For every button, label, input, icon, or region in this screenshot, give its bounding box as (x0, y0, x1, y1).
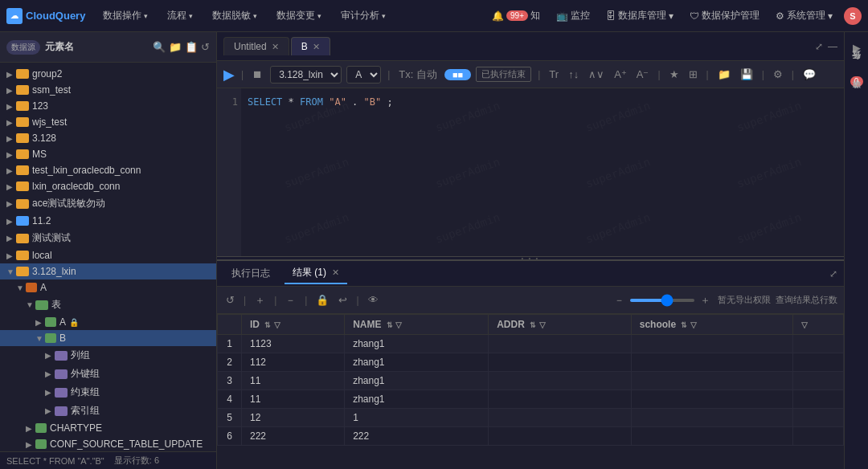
col-header-addr[interactable]: ADDR ⇅ ▽ (489, 315, 632, 335)
cell-name[interactable]: zhang1 (345, 390, 489, 409)
format2-btn[interactable]: ↑↓ (566, 67, 581, 82)
folder-icon-btn[interactable]: 📁 (715, 67, 733, 82)
tree-item-wjs-test[interactable]: ▶ wjs_test (0, 114, 216, 130)
cell-id[interactable]: 11 (242, 372, 345, 390)
code-editor[interactable]: 1 SELECT * FROM "A" . "B" ; superAdmin s… (217, 88, 844, 256)
tab-b-close[interactable]: ✕ (313, 42, 320, 52)
tree-item-conf-source[interactable]: ▶ CONF_SOURCE_TABLE_UPDATE (0, 436, 216, 451)
copy-icon[interactable]: 📋 (185, 41, 198, 53)
nav-data-ops[interactable]: 数据操作 ▾ (95, 6, 156, 26)
font-size2-btn[interactable]: A⁻ (634, 67, 652, 82)
table-row[interactable]: 1 1123 zhang1 (218, 335, 844, 353)
tab-untitled-close[interactable]: ✕ (272, 42, 279, 52)
cell-addr[interactable] (489, 353, 632, 372)
data-protect-btn[interactable]: 🛡 数据保护管理 (685, 6, 764, 25)
tree-item-test-lxin[interactable]: ▶ test_lxin_oraclecdb_conn (0, 162, 216, 178)
star-btn[interactable]: ★ (667, 67, 682, 82)
settings-btn[interactable]: ⚙ (771, 67, 785, 82)
tree-item-ms[interactable]: ▶ MS (0, 146, 216, 162)
cell-id[interactable]: 222 (242, 427, 345, 446)
minimize-editor-icon[interactable]: — (828, 41, 837, 52)
tree-item-chartype[interactable]: ▶ CHARTYPE (0, 420, 216, 436)
tree-item-lxin-oracle[interactable]: ▶ lxin_oraclecdb_conn (0, 178, 216, 194)
remove-row-btn[interactable]: － (283, 292, 298, 309)
nav-data-mask[interactable]: 数据脱敏 ▾ (204, 6, 265, 26)
cell-name[interactable]: zhang1 (345, 335, 489, 353)
table-row[interactable]: 6 222 222 (218, 427, 844, 446)
nav-flow[interactable]: 流程 ▾ (159, 6, 201, 26)
eye-btn[interactable]: 👁 (366, 292, 381, 308)
tree-item-index-group[interactable]: ▶ 索引组 (0, 402, 216, 420)
notification-btn[interactable]: 🔔99+ 知 (487, 6, 545, 25)
tree-item-11-2[interactable]: ▶ 11.2 (0, 213, 216, 229)
col-header-schoole[interactable]: schoole ⇅ ▽ (631, 315, 792, 335)
table-row[interactable]: 5 12 1 (218, 409, 844, 427)
tab-b[interactable]: B ✕ (291, 37, 330, 55)
col-header-name[interactable]: NAME ⇅ ▽ (345, 315, 489, 335)
format-btn[interactable]: Tr (547, 67, 561, 82)
cell-id[interactable]: 12 (242, 409, 345, 427)
expand-editor-icon[interactable]: ⤢ (815, 41, 823, 52)
table-row[interactable]: 2 112 zhang1 (218, 353, 844, 372)
zoom-in-btn[interactable]: ＋ (698, 292, 713, 309)
undo-btn[interactable]: ↩ (336, 292, 350, 308)
col-header-id[interactable]: ID ⇅ ▽ (242, 315, 345, 335)
refresh-icon[interactable]: ↺ (201, 41, 210, 53)
tree-item-local[interactable]: ▶ local (0, 247, 216, 263)
schema-select[interactable]: A (346, 66, 381, 84)
cell-name[interactable]: zhang1 (345, 372, 489, 390)
cell-schoole[interactable] (631, 335, 792, 353)
tree-item-schema-a[interactable]: ▼ A (0, 279, 216, 296)
sidebar-toggle-btn[interactable]: 数据源 (6, 40, 40, 55)
table-row[interactable]: 3 11 zhang1 (218, 372, 844, 390)
cell-schoole[interactable] (631, 372, 792, 390)
cell-schoole[interactable] (631, 409, 792, 427)
comment-btn[interactable]: 💬 (800, 67, 818, 82)
total-rows-text[interactable]: 查询结果总行数 (776, 294, 837, 306)
cell-id[interactable]: 1123 (242, 335, 345, 353)
tree-item-ssm-test[interactable]: ▶ ssm_test (0, 82, 216, 98)
results-table-container[interactable]: ID ⇅ ▽ NAME ⇅ ▽ ADDR ⇅ ▽ (217, 314, 844, 469)
search-icon[interactable]: 🔍 (153, 41, 166, 53)
tree-item-ace[interactable]: ▶ ace测试脱敏勿动 (0, 194, 216, 213)
zoom-slider[interactable] (630, 299, 694, 302)
exec-log-tab[interactable]: 执行日志 (223, 263, 278, 283)
add-row-btn[interactable]: ＋ (252, 292, 268, 309)
nav-audit[interactable]: 审计分析 ▾ (333, 6, 394, 26)
run-btn[interactable]: ▶ (223, 66, 235, 84)
refresh-results-btn[interactable]: ↺ (223, 292, 237, 308)
stop-btn[interactable]: ⏹ (250, 67, 265, 82)
cell-name[interactable]: 222 (345, 427, 489, 446)
folder-open-icon[interactable]: 📁 (169, 41, 182, 53)
tree-item-test-test[interactable]: ▶ 测试测试 (0, 229, 216, 247)
cell-id[interactable]: 11 (242, 390, 345, 409)
cell-addr[interactable] (489, 335, 632, 353)
tree-item-table-b[interactable]: ▼ B (0, 330, 216, 346)
lock-btn[interactable]: 🔒 (313, 292, 331, 308)
tree-item-constraint-group[interactable]: ▶ 约束组 (0, 383, 216, 402)
cell-schoole[interactable] (631, 427, 792, 446)
tree-item-group2[interactable]: ▶ group2 (0, 66, 216, 82)
save-btn[interactable]: 💾 (738, 67, 755, 82)
tree-item-3128[interactable]: ▶ 3.128 (0, 130, 216, 146)
cell-addr[interactable] (489, 372, 632, 390)
monitor-btn[interactable]: 📺 监控 (551, 6, 595, 25)
cell-name[interactable]: 1 (345, 409, 489, 427)
code-content[interactable]: SELECT * FROM "A" . "B" ; superAdmin sup… (241, 88, 844, 256)
db-select[interactable]: 3.128_lxin (270, 66, 342, 84)
table-row[interactable]: 4 11 zhang1 (218, 390, 844, 409)
cell-schoole[interactable] (631, 390, 792, 409)
cell-schoole[interactable] (631, 353, 792, 372)
cell-addr[interactable] (489, 427, 632, 446)
no-export-text[interactable]: 暂无导出权限 (718, 294, 771, 306)
tree-item-column-group[interactable]: ▶ 列组 (0, 346, 216, 365)
wrap-btn[interactable]: ∧∨ (586, 67, 607, 82)
tree-item-123[interactable]: ▶ 123 (0, 98, 216, 114)
cell-addr[interactable] (489, 390, 632, 409)
result-tab-close[interactable]: ✕ (332, 267, 339, 277)
tx-btn[interactable]: Tx: 自动 (396, 66, 440, 84)
run-jobs-icon[interactable]: ▶ (850, 39, 864, 57)
cell-addr[interactable] (489, 409, 632, 427)
table-icon-btn[interactable]: ⊞ (686, 67, 700, 82)
tree-item-tables[interactable]: ▼ 表 (0, 296, 216, 314)
